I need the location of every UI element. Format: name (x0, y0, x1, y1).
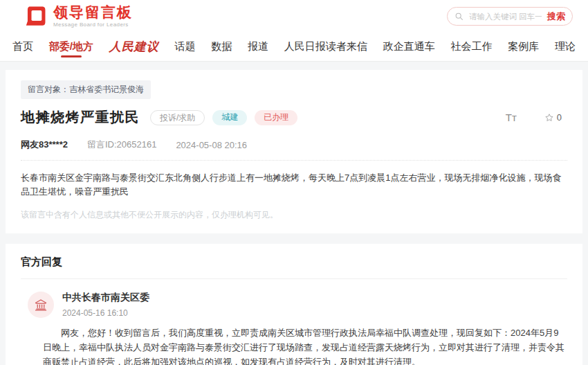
reply-paragraph: 网友，您好！收到留言后，我们高度重视，立即责成南关区城市管理行政执法局幸福中队调… (43, 326, 567, 365)
search-icon (454, 12, 463, 21)
message-timestamp: 2024-05-08 20:16 (176, 140, 247, 150)
nav-item-case-library[interactable]: 案例库 (508, 33, 539, 61)
tag-urban-construction: 城建 (212, 110, 247, 125)
nav-item-topics[interactable]: 话题 (175, 33, 196, 61)
search-box: 搜索 (447, 7, 573, 26)
dotted-divider (21, 160, 567, 161)
reply-section-title: 官方回复 (21, 256, 567, 279)
official-reply-card: 官方回复 中共长春市南关区委 2024-05-16 16:10 网 (6, 244, 582, 365)
favorite-button[interactable]: 0 (544, 112, 562, 123)
logo-subtitle: Message Board for Leaders (53, 21, 133, 28)
logo-title: 领导留言板 (53, 5, 133, 19)
message-title: 地摊烧烤严重扰民 (21, 108, 140, 127)
message-card: 留言对象：吉林省委书记景俊海 地摊烧烤严重扰民 投诉/求助 城建 已办理 Tт … (6, 70, 582, 233)
main-nav: 首页 部委/地方 人民建议 话题 数据 报道 人民日报读者来信 政企直通车 社会… (0, 33, 588, 62)
favorite-count: 0 (557, 112, 562, 123)
nav-item-social-work[interactable]: 社会工作 (450, 33, 492, 61)
nav-item-gov-enterprise[interactable]: 政企直通车 (383, 33, 435, 61)
government-building-icon (34, 298, 48, 312)
search-input[interactable] (468, 12, 543, 21)
reply-timestamp: 2024-05-16 16:10 (62, 308, 149, 318)
star-icon (544, 113, 554, 123)
nav-item-people-suggestions[interactable]: 人民建议 (109, 33, 159, 61)
avatar (28, 292, 54, 318)
nav-item-reader-letters[interactable]: 人民日报读者来信 (284, 33, 367, 61)
site-logo[interactable]: 领导留言板 Message Board for Leaders (24, 5, 133, 28)
site-header: 领导留言板 Message Board for Leaders 搜索 (0, 0, 588, 33)
message-author: 网友83****2 (21, 139, 68, 151)
message-tags: 投诉/求助 城建 已办理 (150, 110, 297, 125)
font-size-icon[interactable]: Tт (506, 112, 517, 123)
message-target-badge: 留言对象：吉林省委书记景俊海 (21, 80, 151, 99)
reply-author: 中共长春市南关区委 (62, 292, 149, 304)
tag-complaint: 投诉/求助 (150, 110, 205, 125)
nav-item-home[interactable]: 首页 (12, 33, 33, 61)
nav-item-data[interactable]: 数据 (211, 33, 232, 61)
tag-status-handled: 已办理 (255, 110, 297, 125)
nav-item-ministries-local[interactable]: 部委/地方 (49, 33, 93, 61)
message-privacy-note: 该留言中含有个人信息或其他不便公开展示的内容，仅办理机构可见。 (21, 209, 567, 221)
message-content: 长春市南关区金宇南路与泰景街交汇东北角侧人行步道上有一地摊烧烤，每天晚上7点到凌… (21, 171, 567, 199)
message-id: 留言ID:20652161 (87, 139, 156, 151)
nav-item-reports[interactable]: 报道 (248, 33, 268, 61)
search-button[interactable]: 搜索 (547, 10, 565, 23)
reply-content: 网友，您好！收到留言后，我们高度重视，立即责成南关区城市管理行政执法局幸福中队调… (43, 326, 567, 365)
logo-speech-bubble-icon (24, 5, 47, 28)
nav-item-theory[interactable]: 理论 (555, 33, 576, 61)
